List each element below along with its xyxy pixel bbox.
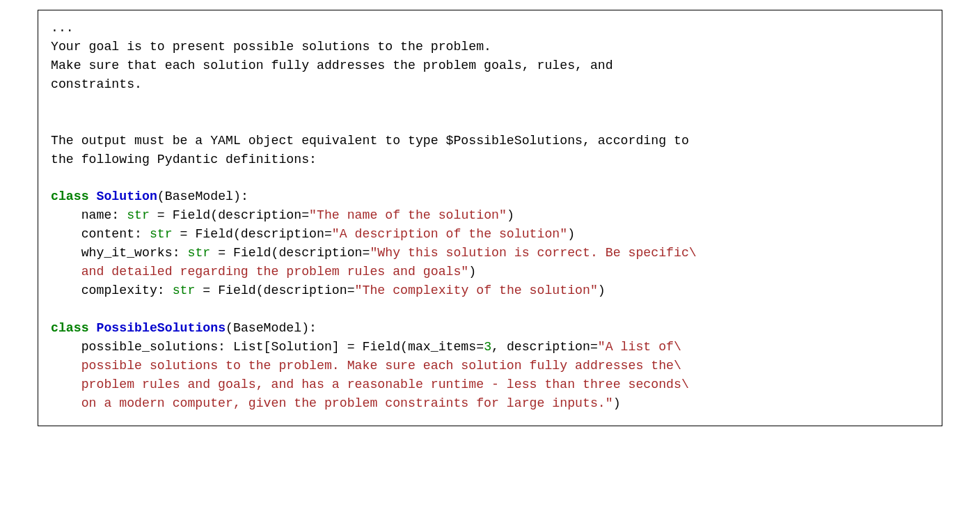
number-literal: 3 bbox=[484, 340, 491, 354]
code-text: content: bbox=[51, 227, 150, 241]
type-str: str bbox=[187, 246, 210, 260]
code-line: Make sure that each solution fully addre… bbox=[51, 59, 613, 72]
code-text: why_it_works: bbox=[51, 246, 187, 260]
string-literal: "The name of the solution" bbox=[309, 208, 507, 222]
classname-solution: Solution bbox=[97, 189, 157, 203]
code-text: ) bbox=[507, 208, 514, 222]
code-text: ) bbox=[567, 227, 575, 241]
code-text: = Field(description= bbox=[173, 227, 332, 241]
string-literal: possible solutions to the problem. Make … bbox=[51, 359, 681, 373]
code-text: (BaseModel): bbox=[157, 189, 248, 203]
code-text: = Field(description= bbox=[150, 208, 309, 222]
string-literal: "A description of the solution" bbox=[332, 227, 567, 241]
code-line: The output must be a YAML object equival… bbox=[51, 134, 689, 148]
code-text: ) bbox=[468, 265, 476, 279]
string-literal: problem rules and goals, and has a reaso… bbox=[51, 377, 689, 391]
code-text: (BaseModel): bbox=[226, 321, 317, 335]
code-text: = Field(description= bbox=[195, 283, 354, 297]
code-line: the following Pydantic definitions: bbox=[51, 153, 317, 166]
string-literal: "Why this solution is correct. Be specif… bbox=[370, 246, 696, 260]
code-text: , description= bbox=[491, 340, 598, 354]
code-line: ... bbox=[51, 21, 74, 35]
code-text: possible_solutions: List[Solution] = Fie… bbox=[51, 340, 484, 354]
code-listing-box: ... Your goal is to present possible sol… bbox=[38, 10, 942, 426]
string-literal: and detailed regarding the problem rules… bbox=[51, 265, 468, 279]
code-text: name: bbox=[51, 208, 127, 222]
code-text: = Field(description= bbox=[210, 246, 370, 260]
type-str: str bbox=[127, 208, 150, 222]
code-text: ) bbox=[598, 283, 606, 297]
code-line: constraints. bbox=[51, 77, 142, 91]
code-text: ) bbox=[613, 396, 621, 410]
keyword-class: class bbox=[51, 321, 89, 335]
code-text: complexity: bbox=[51, 283, 173, 297]
code-line: Your goal is to present possible solutio… bbox=[51, 40, 491, 54]
string-literal: "A list of\ bbox=[598, 340, 681, 354]
keyword-class: class bbox=[51, 189, 89, 203]
type-str: str bbox=[173, 283, 196, 297]
classname-possiblesolutions: PossibleSolutions bbox=[97, 321, 226, 335]
string-literal: on a modern computer, given the problem … bbox=[51, 396, 613, 410]
type-str: str bbox=[150, 227, 173, 241]
string-literal: "The complexity of the solution" bbox=[355, 283, 598, 297]
